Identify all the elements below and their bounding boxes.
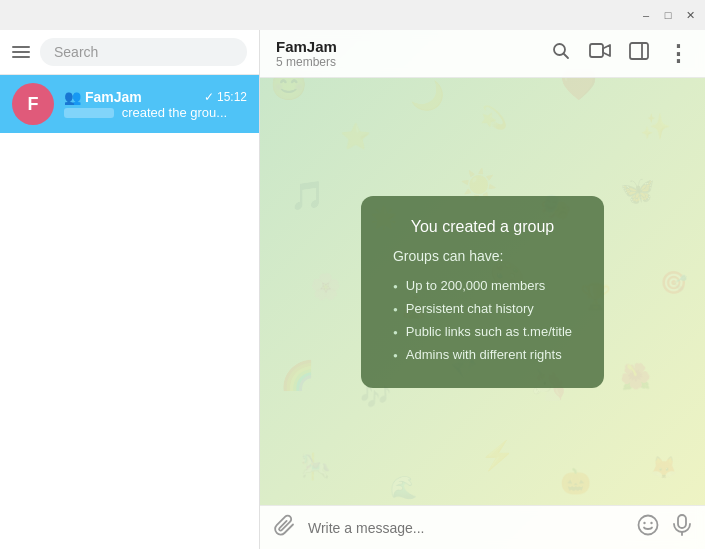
input-actions [637, 514, 691, 541]
group-created-card: You created a group Groups can have: Up … [361, 196, 604, 388]
message-input-bar [260, 505, 705, 549]
chat-header-row: 👥 FamJam ✓ 15:12 [64, 89, 247, 105]
app: Search F 👥 FamJam ✓ 15:12 [0, 30, 705, 549]
chat-info: 👥 FamJam ✓ 15:12 created the grou... [64, 89, 247, 120]
chat-header-bar: FamJam 5 members [260, 30, 705, 78]
search-input[interactable]: Search [40, 38, 247, 66]
close-button[interactable]: ✕ [683, 8, 697, 22]
attach-icon[interactable] [274, 514, 296, 541]
list-item: Persistent chat history [393, 297, 572, 320]
chat-time: ✓ 15:12 [204, 90, 247, 104]
chat-actions: ⋮ [551, 41, 689, 67]
svg-rect-29 [630, 43, 648, 59]
card-title: You created a group [393, 218, 572, 236]
svg-point-32 [643, 522, 645, 524]
list-item: Public links such as t.me/title [393, 320, 572, 343]
card-subtitle: Groups can have: [393, 248, 572, 264]
svg-point-33 [650, 522, 652, 524]
chat-title-area: FamJam 5 members [276, 38, 337, 69]
sidebar: Search F 👥 FamJam ✓ 15:12 [0, 30, 260, 549]
chat-preview: created the grou... [64, 105, 247, 120]
more-options-icon[interactable]: ⋮ [667, 41, 689, 67]
checkmark-icon: ✓ [204, 90, 214, 104]
emoji-icon[interactable] [637, 514, 659, 541]
group-icon: 👥 [64, 89, 81, 105]
chat-panel: 😊 ⭐ 🌙 💫 ❤️ ✨ 🎵 🌟 ☀️ 🎭 🦋 🌸 🎪 🎨 🏆 🎯 🌈 🎶 💎 [260, 30, 705, 549]
card-list: Up to 200,000 members Persistent chat hi… [393, 274, 572, 366]
list-item: Admins with different rights [393, 343, 572, 366]
chat-list: F 👥 FamJam ✓ 15:12 creat [0, 75, 259, 549]
maximize-button[interactable]: □ [661, 8, 675, 22]
video-call-icon[interactable] [589, 42, 611, 65]
chat-item-famjam[interactable]: F 👥 FamJam ✓ 15:12 creat [0, 75, 259, 133]
svg-line-27 [564, 54, 569, 59]
search-icon[interactable] [551, 41, 571, 66]
svg-rect-34 [678, 515, 686, 528]
title-bar: – □ ✕ [0, 0, 705, 30]
avatar: F [12, 83, 54, 125]
chat-title: FamJam [276, 38, 337, 55]
svg-point-31 [639, 516, 658, 535]
sidebar-top: Search [0, 30, 259, 75]
chat-name: 👥 FamJam [64, 89, 142, 105]
messages-area: You created a group Groups can have: Up … [260, 78, 705, 505]
sidebar-toggle-icon[interactable] [629, 42, 649, 65]
message-input[interactable] [308, 520, 625, 536]
menu-button[interactable] [12, 46, 30, 58]
list-item: Up to 200,000 members [393, 274, 572, 297]
minimize-button[interactable]: – [639, 8, 653, 22]
preview-sender-bar [64, 108, 114, 118]
chat-members: 5 members [276, 55, 337, 69]
svg-rect-28 [590, 44, 603, 57]
mic-icon[interactable] [673, 514, 691, 541]
